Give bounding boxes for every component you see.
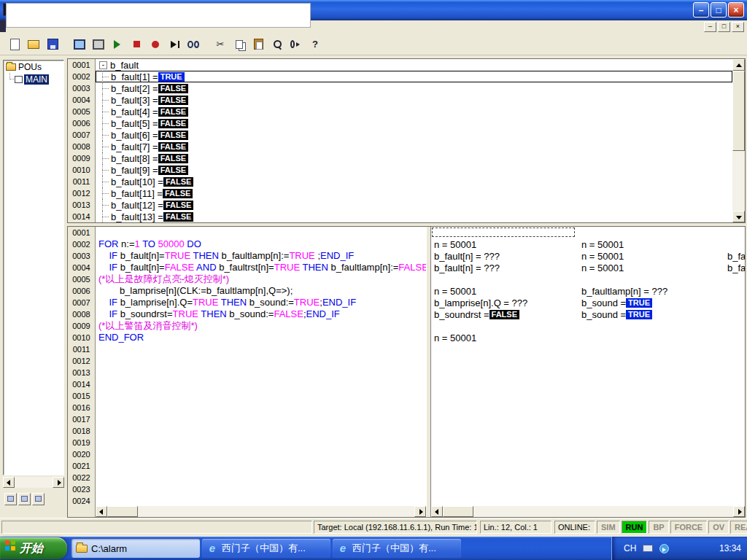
declaration-content[interactable]: b_fault[8] = FALSE	[96, 152, 732, 164]
tab-resources[interactable]	[32, 493, 44, 505]
code-line[interactable]: 0004 IF b_fault[n]=FALSE AND b_faultrst[…	[68, 262, 426, 273]
code-line[interactable]: 0003 IF b_fault[n]=TRUE THEN b_faultlamp…	[68, 250, 426, 262]
code-line[interactable]: 0012	[68, 355, 426, 367]
code-editor[interactable]: 00010002FOR n:=1 TO 50000 DO0003 IF b_fa…	[68, 227, 426, 507]
open-file-button[interactable]	[25, 36, 42, 53]
watch-row[interactable]: n = 50001	[581, 238, 726, 250]
line-number[interactable]: 0013	[68, 367, 96, 378]
line-number[interactable]: 0018	[68, 425, 96, 437]
line-number[interactable]: 0007	[68, 297, 96, 308]
watch-row[interactable]: b_lamprise[n].Q = ???	[434, 297, 580, 308]
keyboard-icon[interactable]	[643, 545, 653, 552]
declaration-row[interactable]: 0001-b_fault	[68, 59, 732, 71]
watch-row[interactable]: n = 50001	[581, 262, 726, 273]
declaration-content[interactable]: b_fault[1] = TRUE	[96, 71, 732, 82]
watch-row[interactable]	[581, 273, 726, 285]
clock[interactable]: 13:34	[719, 543, 741, 553]
code-line[interactable]: 0024	[68, 495, 426, 507]
line-number[interactable]: 0008	[68, 308, 96, 320]
code-line[interactable]: 0014	[68, 378, 426, 390]
start-button[interactable]: 开始	[0, 537, 67, 559]
line-number[interactable]: 0017	[68, 413, 96, 425]
watch-row[interactable]: b_fault[n] = ???	[434, 262, 580, 273]
new-file-button[interactable]	[6, 36, 23, 53]
declaration-content[interactable]: b_fault[10] = FALSE	[96, 176, 732, 187]
declaration-row[interactable]: 0003b_fault[2] = FALSE	[68, 82, 732, 94]
line-number[interactable]: 0022	[68, 472, 96, 483]
scroll-left-button[interactable]	[3, 477, 15, 488]
restore-button[interactable]: □	[711, 2, 727, 18]
stop-button[interactable]	[128, 36, 145, 53]
code-line[interactable]: 0022	[68, 472, 426, 483]
run-button[interactable]	[109, 36, 126, 53]
scroll-down-button[interactable]	[732, 211, 745, 222]
declaration-row[interactable]: 0007b_fault[6] = FALSE	[68, 129, 732, 141]
declaration-content[interactable]: b_fault[4] = FALSE	[96, 106, 732, 117]
mdi-restore-button[interactable]: □	[718, 22, 730, 32]
code-line[interactable]: 0015	[68, 390, 426, 402]
code-hscrollbar[interactable]	[96, 506, 426, 517]
watch-row[interactable]: b_sound = TRUE	[581, 297, 726, 308]
line-number[interactable]: 0014	[68, 378, 96, 390]
declaration-content[interactable]: b_fault[2] = FALSE	[96, 82, 732, 94]
declaration-content[interactable]: b_fault[3] = FALSE	[96, 94, 732, 106]
mdi-close-button[interactable]: ×	[732, 22, 744, 32]
code-line[interactable]: 0007 IF b_lamprise[n].Q=TRUE THEN b_soun…	[68, 297, 426, 308]
sidebar-root[interactable]: POUs	[4, 61, 63, 73]
pou-tree[interactable]: POUs MAIN	[3, 60, 64, 475]
language-indicator[interactable]: CH	[624, 543, 636, 553]
line-number[interactable]: 0012	[68, 355, 96, 367]
code-line[interactable]: 0013	[68, 367, 426, 378]
declaration-row[interactable]: 0014b_fault[13] = FALSE	[68, 211, 732, 222]
watch-row[interactable]: b_fault[n] = ???	[434, 250, 580, 262]
mdi-minimize-button[interactable]: –	[704, 22, 716, 32]
scroll-thumb[interactable]	[732, 71, 745, 151]
declaration-row[interactable]: 0013b_fault[12] = FALSE	[68, 199, 732, 211]
scroll-left-button[interactable]	[431, 506, 443, 517]
watch-row[interactable]: n = 50001	[434, 332, 580, 343]
line-number[interactable]: 0005	[68, 273, 96, 285]
scroll-track[interactable]	[473, 506, 733, 517]
line-number[interactable]: 0020	[68, 448, 96, 460]
scroll-track[interactable]	[15, 477, 53, 488]
watch-window-button[interactable]	[185, 36, 202, 53]
sidebar-item-main[interactable]: MAIN	[4, 73, 63, 85]
code-line[interactable]: 0005(*以上是故障灯点亮-熄灭控制*)	[68, 273, 426, 285]
scroll-right-button[interactable]	[733, 506, 745, 517]
declaration-content[interactable]: b_fault[9] = FALSE	[96, 164, 732, 176]
watch-row[interactable]: b_fau	[727, 250, 745, 262]
collapse-icon[interactable]: -	[99, 61, 107, 69]
declaration-content[interactable]: b_fault[7] = FALSE	[96, 141, 732, 152]
declaration-content[interactable]: b_fault[11] = FALSE	[96, 187, 732, 199]
line-number[interactable]: 0003	[68, 250, 96, 262]
watch-hscrollbar[interactable]	[431, 506, 745, 517]
declaration-row[interactable]: 0002b_fault[1] = TRUE	[68, 71, 732, 82]
declaration-row[interactable]: 0009b_fault[8] = FALSE	[68, 152, 732, 164]
watch-row[interactable]: b_sound = TRUE	[581, 308, 726, 320]
scroll-up-button[interactable]	[732, 59, 745, 71]
scroll-right-button[interactable]	[53, 477, 64, 488]
watch-row[interactable]: n = 50001	[581, 250, 726, 262]
code-line[interactable]: 0018	[68, 425, 426, 437]
declaration-row[interactable]: 0006b_fault[5] = FALSE	[68, 117, 732, 129]
declaration-row[interactable]: 0008b_fault[7] = FALSE	[68, 141, 732, 152]
scroll-left-button[interactable]	[96, 506, 107, 517]
code-line[interactable]: 0001	[68, 227, 426, 238]
declaration-content[interactable]: b_fault[12] = FALSE	[96, 199, 732, 211]
declaration-content[interactable]: -b_fault	[96, 59, 732, 71]
line-number[interactable]: 0016	[68, 402, 96, 413]
watch-selection-box[interactable]	[432, 228, 575, 237]
taskbar-button[interactable]: 西门子（中国）有...	[202, 539, 330, 558]
declaration-row[interactable]: 0004b_fault[3] = FALSE	[68, 94, 732, 106]
watch-row[interactable]: b_soundrst = FALSE	[434, 308, 580, 320]
line-number[interactable]: 0019	[68, 437, 96, 448]
line-number[interactable]: 0023	[68, 483, 96, 495]
code-line[interactable]: 0019	[68, 437, 426, 448]
watch-row[interactable]: n = 50001	[434, 238, 580, 250]
code-line[interactable]: 0017	[68, 413, 426, 425]
scroll-track[interactable]	[732, 151, 745, 211]
find-button[interactable]	[268, 36, 286, 53]
find-next-button[interactable]	[287, 36, 305, 53]
watch-row[interactable]: n = 50001	[434, 285, 580, 297]
watch-row[interactable]: b_fau	[727, 262, 745, 273]
